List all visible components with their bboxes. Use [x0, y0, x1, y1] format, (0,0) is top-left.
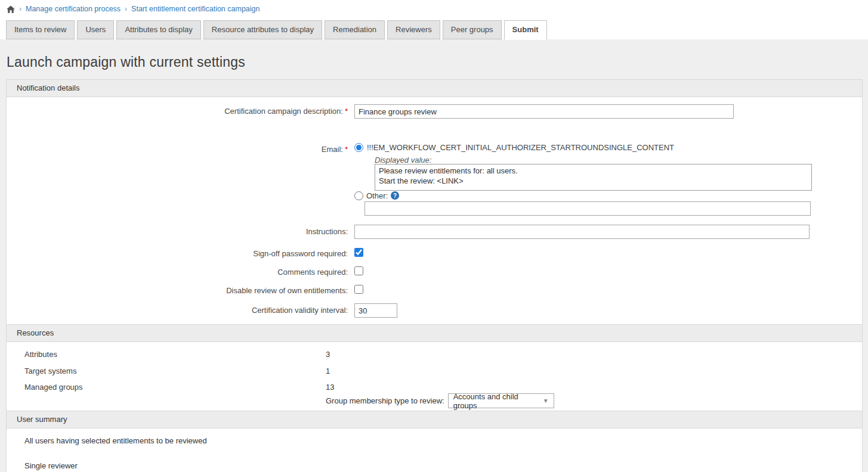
target-systems-row: Target systems 1: [7, 362, 862, 379]
instructions-input[interactable]: [354, 225, 810, 239]
group-membership-selected-value: Accounts and child groups: [453, 392, 543, 410]
validity-interval-input[interactable]: [354, 303, 397, 318]
resources-section: Resources Attributes 3 Target systems 1 …: [6, 325, 863, 411]
managed-groups-label: Managed groups: [7, 383, 326, 392]
campaign-description-row: Certification campaign description:*: [7, 104, 862, 119]
email-row: Email:* !!!EM_WORKFLOW_CERT_INITIAL_AUTH…: [7, 142, 862, 216]
campaign-description-input[interactable]: [354, 104, 734, 119]
user-summary-reviewer-text: Single reviewer: [24, 461, 862, 470]
notification-details-header: Notification details: [7, 80, 862, 97]
validity-interval-row: Certification validity interval:: [7, 303, 862, 318]
page-title: Launch campaign with current settings: [0, 39, 868, 79]
campaign-description-label: Certification campaign description:*: [7, 104, 354, 116]
chevron-down-icon: ▼: [543, 398, 549, 404]
tab-bar: Items to review Users Attributes to disp…: [0, 18, 868, 39]
email-template-radio[interactable]: [354, 143, 363, 152]
attributes-value: 3: [326, 350, 330, 359]
managed-groups-row: Managed groups 13 Group membership type …: [7, 379, 862, 408]
comments-required-checkbox[interactable]: [354, 266, 363, 275]
tab-submit[interactable]: Submit: [504, 20, 547, 40]
tab-remediation[interactable]: Remediation: [325, 20, 385, 39]
instructions-label: Instructions:: [7, 225, 354, 236]
validity-interval-label: Certification validity interval:: [7, 303, 354, 315]
tab-attributes-to-display[interactable]: Attributes to display: [116, 20, 200, 39]
comments-required-row: Comments required:: [7, 266, 862, 277]
disable-own-review-row: Disable review of own entitlements:: [7, 285, 862, 296]
breadcrumb-link-start-campaign[interactable]: Start entitlement certification campaign: [131, 5, 260, 13]
signoff-password-row: Sign-off password required:: [7, 248, 862, 259]
target-systems-value: 1: [326, 367, 330, 375]
displayed-value-textarea[interactable]: Please review entitlements for: all user…: [375, 164, 812, 191]
tab-items-to-review[interactable]: Items to review: [6, 20, 75, 39]
breadcrumb-separator: ›: [125, 5, 127, 13]
tab-peer-groups[interactable]: Peer groups: [443, 20, 502, 39]
signoff-password-checkbox[interactable]: [354, 248, 363, 257]
comments-required-label: Comments required:: [7, 268, 354, 277]
home-icon[interactable]: [7, 5, 15, 13]
required-marker: *: [345, 145, 348, 154]
email-other-input[interactable]: [365, 201, 811, 216]
resources-header: Resources: [7, 325, 862, 342]
attributes-label: Attributes: [7, 350, 326, 359]
attributes-row: Attributes 3: [7, 346, 862, 362]
email-label: Email:*: [7, 142, 354, 154]
page-content: Launch campaign with current settings No…: [0, 39, 868, 472]
signoff-password-label: Sign-off password required:: [7, 249, 354, 258]
tab-resource-attributes-to-display[interactable]: Resource attributes to display: [203, 20, 322, 39]
user-summary-scope-text: All users having selected entitlements t…: [24, 436, 862, 445]
group-membership-select[interactable]: Accounts and child groups ▼: [448, 393, 554, 408]
disable-own-review-label: Disable review of own entitlements:: [7, 286, 354, 295]
tab-reviewers[interactable]: Reviewers: [387, 20, 440, 39]
group-membership-label: Group membership type to review:: [326, 396, 444, 405]
instructions-row: Instructions:: [7, 225, 862, 239]
email-template-option-label: !!!EM_WORKFLOW_CERT_INITIAL_AUTHORIZER_S…: [367, 143, 674, 152]
user-summary-header: User summary: [7, 411, 862, 428]
breadcrumb-separator: ›: [19, 5, 21, 13]
target-systems-label: Target systems: [7, 367, 326, 375]
user-summary-section: User summary All users having selected e…: [6, 411, 863, 472]
help-icon[interactable]: ?: [391, 191, 399, 200]
displayed-value-label: Displayed value:: [375, 156, 812, 164]
tab-users[interactable]: Users: [77, 20, 114, 39]
notification-details-section: Notification details Certification campa…: [6, 79, 863, 325]
breadcrumb-link-manage-certification[interactable]: Manage certification process: [26, 5, 121, 13]
email-other-radio[interactable]: [354, 191, 363, 200]
disable-own-review-checkbox[interactable]: [354, 285, 363, 294]
breadcrumb: › Manage certification process › Start e…: [0, 0, 868, 18]
managed-groups-value: 13: [326, 383, 554, 392]
email-other-label: Other:: [366, 191, 388, 200]
required-marker: *: [345, 107, 348, 116]
